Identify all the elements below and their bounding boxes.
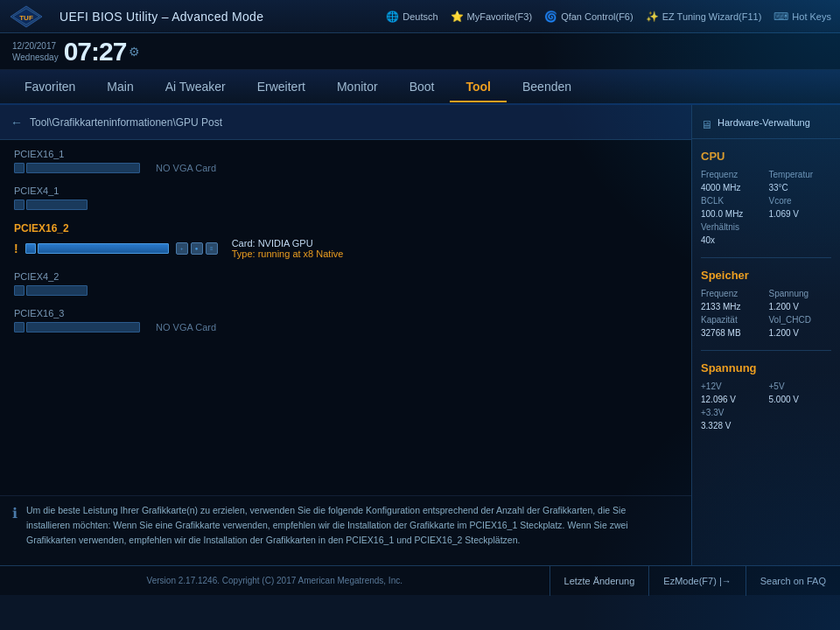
footer-buttons: Letzte Änderung EzMode(F7) |→ Search on … — [550, 566, 840, 596]
slot-seg — [14, 163, 24, 173]
info-icon: ℹ — [12, 505, 18, 522]
spannung-grid: +12V +5V 12.096 V 5.000 V +3.3V 3.328 V — [692, 378, 840, 439]
chip-sq: ≡ — [206, 242, 218, 255]
slot-pciex4-2-bar — [14, 285, 88, 296]
tool-myfavorite[interactable]: ⭐ MyFavorite(F3) — [451, 10, 533, 23]
slot-pciex4-1: PCIEX4_1 — [14, 186, 677, 210]
nav-monitor[interactable]: Monitor — [321, 73, 394, 101]
letzte-aenderung-label: Letzte Änderung — [564, 576, 635, 586]
breadcrumb: ← Tool\Grafikkarteninformationen\GPU Pos… — [0, 105, 691, 140]
footer: Version 2.17.1246. Copyright (C) 2017 Am… — [0, 565, 840, 595]
cpu-bclk-value: 100.0 MHz — [701, 209, 764, 219]
v5-value: 5.000 V — [769, 395, 832, 404]
sidebar-divider-1 — [701, 257, 831, 258]
sp-frequenz-label: Frequenz — [701, 289, 764, 298]
slot-pciex16-2-bar — [25, 243, 169, 254]
slot-pciex16-2-visual: ! + ● ≡ Card: NVIDIA GPU Type: running a… — [14, 238, 677, 259]
slot-pciex16-3-visual: NO VGA Card — [14, 322, 677, 332]
ezmode-button[interactable]: EzMode(F7) |→ — [648, 566, 745, 596]
sp-spannung-value: 1.200 V — [769, 302, 832, 312]
slot-pciex16-1-label: PCIEX16_1 — [14, 149, 677, 159]
nav-tool[interactable]: Tool — [450, 73, 507, 101]
nav-boot[interactable]: Boot — [394, 73, 451, 101]
svg-text:TUF: TUF — [19, 14, 33, 22]
slot-seg — [26, 163, 140, 173]
slot-pciex16-2-info: Card: NVIDIA GPU Type: running at x8 Nat… — [232, 238, 344, 259]
slot-pciex4-1-bar — [14, 200, 88, 210]
wand-icon: ✨ — [646, 10, 659, 23]
slot-seg — [26, 285, 88, 296]
monitor-icon: 🖥 — [701, 118, 712, 131]
cpu-grid: Frequenz Temperatur 4000 MHz 33°C BCLK V… — [692, 166, 840, 254]
spannung-section-title: Spannung — [692, 358, 840, 378]
slot-pciex16-2-label: PCIEX16_2 — [14, 222, 677, 234]
fan-icon: 🌀 — [544, 10, 557, 23]
slot-pciex4-2: PCIEX4_2 — [14, 271, 677, 296]
settings-icon[interactable]: ⚙ — [129, 45, 140, 59]
slot-seg — [26, 200, 88, 210]
v33-value: 3.328 V — [701, 421, 831, 430]
header-tools: 🌐 Deutsch ⭐ MyFavorite(F3) 🌀 Qfan Contro… — [386, 10, 831, 23]
slot-seg — [14, 200, 24, 210]
tool-hotkeys[interactable]: ⌨ Hot Keys — [774, 10, 831, 23]
sp-frequenz-value: 2133 MHz — [701, 302, 764, 312]
sidebar: 🖥 Hardware-Verwaltung CPU Frequenz Tempe… — [691, 105, 840, 565]
main-layout: ← Tool\Grafikkarteninformationen\GPU Pos… — [0, 105, 840, 565]
cpu-section-title: CPU — [692, 146, 840, 166]
nav-beenden[interactable]: Beenden — [507, 73, 587, 101]
logo: TUF — [9, 4, 52, 30]
cpu-frequenz-value: 4000 MHz — [701, 183, 764, 192]
datetime-row: 12/20/2017 Wednesday 07:27 ⚙ — [0, 33, 840, 70]
header: TUF UEFI BIOS Utility – Advanced Mode 🌐 … — [0, 0, 840, 33]
tool-qfan[interactable]: 🌀 Qfan Control(F6) — [544, 10, 634, 23]
sp-vol-value: 1.200 V — [769, 328, 832, 338]
tool-eztuning[interactable]: ✨ EZ Tuning Wizard(F11) — [646, 10, 762, 23]
slot-pciex4-2-label: PCIEX4_2 — [14, 271, 677, 282]
letzte-aenderung-button[interactable]: Letzte Änderung — [550, 566, 649, 596]
sp-kapazitaet-label: Kapazität — [701, 315, 764, 325]
v33-label: +3.3V — [701, 408, 831, 417]
slot-seg — [14, 285, 24, 296]
nav-aitweaker[interactable]: Ai Tweaker — [150, 73, 242, 101]
tool-deutsch-label: Deutsch — [402, 11, 438, 22]
sp-spannung-label: Spannung — [769, 289, 832, 298]
nav-favoriten[interactable]: Favoriten — [9, 73, 91, 101]
footer-copyright: Version 2.17.1246. Copyright (C) 2017 Am… — [0, 576, 550, 585]
slot-active-seg — [25, 243, 36, 254]
speicher-grid: Frequenz Spannung 2133 MHz 1.200 V Kapaz… — [692, 285, 840, 346]
slot-pciex4-1-label: PCIEX4_1 — [14, 186, 677, 196]
slot-pciex16-1: PCIEX16_1 NO VGA Card — [14, 149, 677, 173]
tool-eztuning-label: EZ Tuning Wizard(F11) — [662, 11, 762, 22]
v12-value: 12.096 V — [701, 395, 764, 404]
slot-seg — [26, 322, 140, 332]
no-vga-1: NO VGA Card — [156, 163, 216, 173]
time-display: 07:27 — [64, 37, 127, 66]
date-display: 12/20/2017 Wednesday — [12, 40, 59, 63]
sidebar-title-text: Hardware-Verwaltung — [718, 117, 810, 128]
star-icon: ⭐ — [451, 10, 464, 23]
gpu-card-type: Type: running at x8 Native — [232, 248, 344, 259]
slot-active-seg — [38, 243, 169, 254]
nav-erweitert[interactable]: Erweitert — [242, 73, 321, 101]
search-faq-button[interactable]: Search on FAQ — [746, 566, 840, 596]
cpu-temperatur-value: 33°C — [769, 183, 832, 192]
slot-pciex16-1-visual: NO VGA Card — [14, 163, 677, 173]
back-arrow-icon[interactable]: ← — [10, 116, 23, 130]
no-vga-3: NO VGA Card — [156, 322, 216, 332]
sidebar-divider-2 — [701, 350, 831, 351]
info-text: Um die beste Leistung Ihrer Grafikkarte(… — [26, 503, 656, 547]
chip-sq: + — [176, 242, 188, 255]
gpu-chip-icon: + ● ≡ — [176, 242, 218, 255]
cpu-vcore-label: Vcore — [769, 196, 832, 206]
cpu-temperatur-label: Temperatur — [769, 170, 832, 179]
nav-main[interactable]: Main — [91, 73, 149, 101]
slot-pciex4-2-visual — [14, 285, 677, 296]
gpu-card-name: Card: NVIDIA GPU — [232, 238, 344, 248]
navbar: Favoriten Main Ai Tweaker Erweitert Moni… — [0, 70, 840, 105]
speicher-section-title: Speicher — [692, 265, 840, 285]
slot-pciex16-3-bar — [14, 322, 140, 332]
tool-myfavorite-label: MyFavorite(F3) — [467, 11, 533, 22]
tool-deutsch[interactable]: 🌐 Deutsch — [386, 10, 438, 23]
slot-pciex4-1-visual — [14, 200, 677, 210]
date-line1: 12/20/2017 — [12, 40, 59, 52]
